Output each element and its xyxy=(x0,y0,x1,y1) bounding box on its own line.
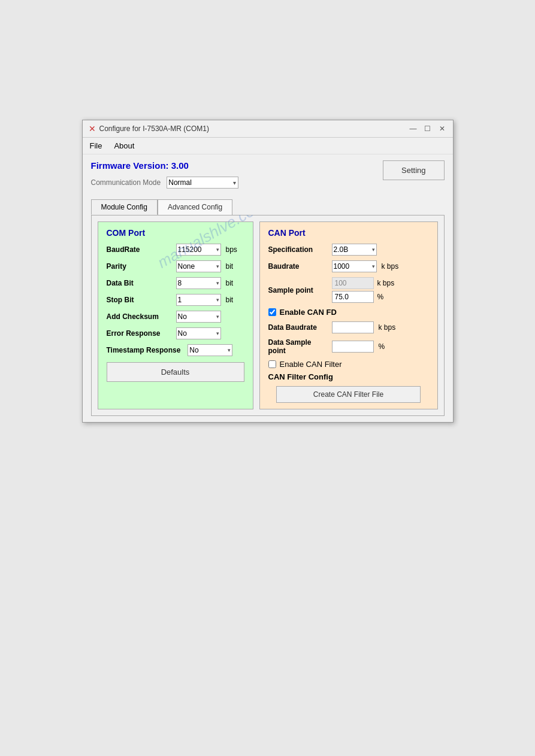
setting-button[interactable]: Setting xyxy=(383,160,444,180)
stopbit-unit: bit xyxy=(226,296,234,304)
sample-point-inputs: k bps % xyxy=(332,277,395,303)
stopbit-row: Stop Bit 1 2 bit xyxy=(107,294,244,306)
can-baudrate-select[interactable]: 1000 500 250 125 xyxy=(332,260,377,272)
can-port-title: CAN Port xyxy=(268,228,429,238)
comm-mode-row: Communication Mode Normal Transparent Tr… xyxy=(91,177,239,189)
sample-point-label: Sample point xyxy=(268,286,328,294)
checksum-row: Add Checksum No Yes xyxy=(107,311,244,323)
specification-select-wrap: 2.0B 2.0A xyxy=(332,244,377,256)
baudrate-select[interactable]: 115200 9600 19200 38400 57600 xyxy=(176,244,221,256)
error-response-label: Error Response xyxy=(107,329,173,338)
timestamp-select[interactable]: No Yes xyxy=(188,344,232,356)
firmware-version: Firmware Version: 3.00 Communication Mod… xyxy=(91,160,239,195)
title-bar-left: ✕ Configure for I-7530A-MR (COM1) xyxy=(89,124,209,133)
com-port-section: COM Port BaudRate 115200 9600 19200 3840… xyxy=(98,221,253,409)
databit-unit: bit xyxy=(226,279,234,287)
data-baudrate-row: Data Baudrate 6000 k bps xyxy=(268,321,429,333)
parity-select[interactable]: None Even Odd xyxy=(176,260,221,272)
main-window: ✕ Configure for I-7530A-MR (COM1) — ☐ ✕ … xyxy=(82,120,454,423)
minimize-button[interactable]: — xyxy=(409,124,418,133)
checksum-select[interactable]: No Yes xyxy=(176,311,221,323)
checksum-select-wrap: No Yes xyxy=(176,311,221,323)
title-bar-controls: — ☐ ✕ xyxy=(409,124,447,133)
title-bar: ✕ Configure for I-7530A-MR (COM1) — ☐ ✕ xyxy=(83,120,453,138)
stopbit-label: Stop Bit xyxy=(107,296,173,304)
tabs-row: Module Config Advanced Config xyxy=(91,199,445,215)
app-icon: ✕ xyxy=(89,124,96,133)
error-response-select-wrap: No Yes xyxy=(176,327,221,339)
checksum-label: Add Checksum xyxy=(107,312,173,321)
data-baudrate-label: Data Baudrate xyxy=(268,323,328,332)
databit-select[interactable]: 8 7 xyxy=(176,277,221,289)
content-area: Firmware Version: 3.00 Communication Mod… xyxy=(83,154,453,422)
window-title: Configure for I-7530A-MR (COM1) xyxy=(99,125,209,133)
stopbit-select[interactable]: 1 2 xyxy=(176,294,221,306)
data-baudrate-input[interactable]: 6000 xyxy=(332,321,374,333)
tab-module-config[interactable]: Module Config xyxy=(91,199,158,215)
baudrate-unit: bps xyxy=(226,245,237,254)
stopbit-select-wrap: 1 2 xyxy=(176,294,221,306)
create-can-filter-button[interactable]: Create CAN Filter File xyxy=(276,386,421,403)
can-baudrate-row: Baudrate 1000 500 250 125 k bps xyxy=(268,260,429,272)
enable-can-filter-checkbox[interactable] xyxy=(268,360,276,368)
parity-label: Parity xyxy=(107,262,173,271)
error-response-select[interactable]: No Yes xyxy=(176,327,221,339)
specification-label: Specification xyxy=(268,245,328,254)
comm-mode-select[interactable]: Normal Transparent Transparent with time… xyxy=(167,177,238,189)
baudrate-label: BaudRate xyxy=(107,245,173,254)
databit-select-wrap: 8 7 xyxy=(176,277,221,289)
data-sample-point-input[interactable]: 75.0 xyxy=(332,341,374,353)
close-button[interactable]: ✕ xyxy=(437,124,447,133)
can-baudrate-select-wrap: 1000 500 250 125 xyxy=(332,260,377,272)
sample-point-input-row: % xyxy=(332,291,395,303)
enable-can-filter-row: Enable CAN Filter xyxy=(268,360,429,369)
comm-mode-label: Communication Mode xyxy=(91,178,161,187)
comm-mode-select-wrapper: Normal Transparent Transparent with time… xyxy=(167,177,238,189)
specification-row: Specification 2.0B 2.0A xyxy=(268,244,429,256)
sample-point-row: Sample point k bps % xyxy=(268,277,429,303)
firmware-version-text: Firmware Version: 3.00 xyxy=(91,160,239,171)
databit-row: Data Bit 8 7 bit xyxy=(107,277,244,289)
baudrate-row: BaudRate 115200 9600 19200 38400 57600 b… xyxy=(107,244,244,256)
sample-point-disabled-unit: k bps xyxy=(377,279,395,287)
tab-advanced-config[interactable]: Advanced Config xyxy=(158,199,232,215)
databit-label: Data Bit xyxy=(107,279,173,287)
sample-point-input[interactable] xyxy=(332,291,374,303)
specification-select[interactable]: 2.0B 2.0A xyxy=(332,244,377,256)
enable-can-filter-label: Enable CAN Filter xyxy=(280,360,342,369)
enable-canfd-row: Enable CAN FD xyxy=(268,308,429,317)
timestamp-label: Timestamp Response xyxy=(107,346,181,354)
sample-point-disabled-input xyxy=(332,277,374,289)
enable-canfd-checkbox[interactable] xyxy=(268,308,276,316)
baudrate-select-wrap: 115200 9600 19200 38400 57600 xyxy=(176,244,221,256)
can-baudrate-unit: k bps xyxy=(382,262,399,271)
can-port-section: CAN Port Specification 2.0B 2.0A xyxy=(259,221,438,409)
data-sample-point-label: Data Sample point xyxy=(268,338,328,355)
sample-point-disabled-row: k bps xyxy=(332,277,395,289)
top-row: Firmware Version: 3.00 Communication Mod… xyxy=(91,160,445,195)
timestamp-row: Timestamp Response No Yes xyxy=(107,344,244,356)
enable-canfd-label: Enable CAN FD xyxy=(280,308,337,317)
can-filter-config-title: CAN Filter Config xyxy=(268,372,429,381)
tab-content-wrapper: COM Port BaudRate 115200 9600 19200 3840… xyxy=(91,215,445,416)
sample-point-unit: % xyxy=(377,293,384,301)
parity-select-wrap: None Even Odd xyxy=(176,260,221,272)
parity-row: Parity None Even Odd bit xyxy=(107,260,244,272)
can-baudrate-label: Baudrate xyxy=(268,262,328,271)
com-port-title: COM Port xyxy=(107,228,244,238)
defaults-button[interactable]: Defaults xyxy=(107,362,244,382)
error-response-row: Error Response No Yes xyxy=(107,327,244,339)
menu-bar: File About xyxy=(83,138,453,154)
maximize-button[interactable]: ☐ xyxy=(423,124,433,133)
menu-file[interactable]: File xyxy=(87,140,105,151)
timestamp-select-wrap: No Yes xyxy=(188,344,232,356)
data-baudrate-unit: k bps xyxy=(379,323,396,332)
data-sample-point-row: Data Sample point 75.0 % xyxy=(268,338,429,355)
parity-unit: bit xyxy=(226,262,234,271)
tab-content: COM Port BaudRate 115200 9600 19200 3840… xyxy=(91,215,445,416)
data-sample-point-unit: % xyxy=(379,342,385,351)
menu-about[interactable]: About xyxy=(111,140,137,151)
